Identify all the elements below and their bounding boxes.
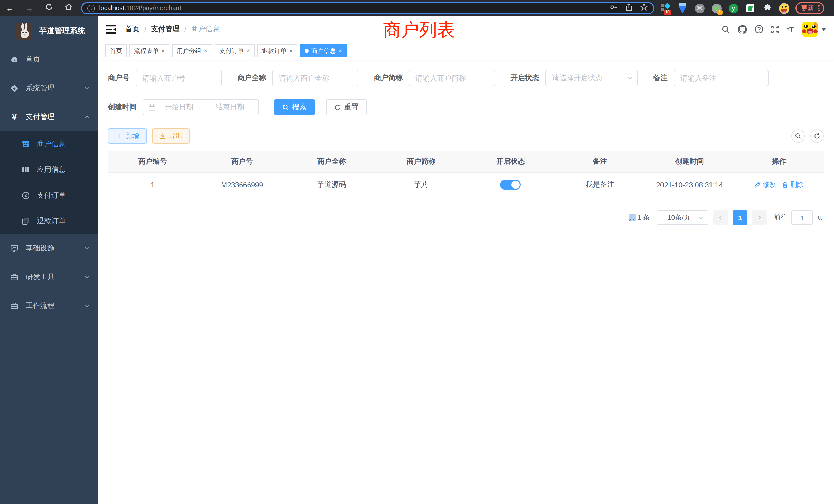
- sidebar-item-workflow[interactable]: 工作流程: [0, 292, 97, 320]
- payment-submenu: 商户信息 应用信息 ¥ 支付订单: [0, 131, 97, 234]
- address-bar[interactable]: i localhost:1024/pay/merchant: [81, 2, 654, 14]
- remark-input[interactable]: [674, 70, 769, 86]
- tab-user-group[interactable]: 用户分组×: [172, 44, 212, 58]
- add-button[interactable]: ＋ 新增: [108, 128, 147, 144]
- breadcrumb-home[interactable]: 首页: [125, 25, 140, 34]
- extension-badge: 1: [717, 10, 723, 15]
- share-icon[interactable]: [625, 3, 633, 13]
- browser-menu-icon[interactable]: [818, 5, 819, 11]
- tab-home[interactable]: 首页: [105, 44, 127, 58]
- export-button[interactable]: 导出: [152, 128, 190, 144]
- toolbox-icon: [10, 273, 19, 281]
- tab-merchant-info[interactable]: 商户信息×: [300, 44, 347, 58]
- site-info-icon[interactable]: i: [87, 4, 95, 12]
- chevron-down-icon: [84, 273, 90, 281]
- search-button[interactable]: 搜索: [274, 99, 315, 115]
- cell-create-time: 2021-10-23 08:31:14: [645, 181, 734, 189]
- cell-full-name: 芋道源码: [287, 180, 376, 189]
- bookmark-star-icon[interactable]: [640, 3, 648, 13]
- back-icon[interactable]: ←: [0, 0, 20, 17]
- tab-pay-order[interactable]: 支付订单×: [215, 44, 255, 58]
- sidebar-logo-row[interactable]: 芋道管理系统: [0, 17, 97, 45]
- reload-icon[interactable]: [39, 0, 59, 17]
- svg-text:¥: ¥: [25, 193, 27, 198]
- close-icon[interactable]: ×: [338, 48, 342, 54]
- status-select[interactable]: 请选择开启状态: [545, 70, 638, 86]
- plus-icon: ＋: [115, 131, 123, 141]
- extension-grid-diamond-icon[interactable]: 10: [660, 3, 671, 13]
- app-logo: [17, 22, 32, 39]
- prev-page-button[interactable]: [713, 210, 728, 225]
- sidebar-item-system[interactable]: 系统管理: [0, 74, 97, 102]
- dashboard-icon: [10, 55, 19, 64]
- reset-button[interactable]: 重置: [326, 99, 367, 115]
- close-icon[interactable]: ×: [289, 48, 293, 54]
- table-header: 商户编号 商户号 商户全称 商户简称 开启状态 备注 创建时间 操作: [108, 151, 824, 173]
- extension-green-square-icon[interactable]: [745, 3, 755, 13]
- extension-y-icon[interactable]: y: [728, 3, 739, 13]
- goto-page-input[interactable]: [791, 210, 813, 225]
- chrome-update-button[interactable]: 更新: [795, 2, 824, 14]
- goto-label: 前往: [774, 213, 787, 222]
- create-time-range-picker[interactable]: 开始日期 - 结束日期: [143, 99, 259, 115]
- merchant-table: 商户编号 商户号 商户全称 商户简称 开启状态 备注 创建时间 操作 1 M23…: [108, 151, 824, 197]
- full-name-label: 商户全称: [237, 73, 266, 83]
- edit-pencil-icon: [754, 182, 761, 188]
- avatar-caret-icon[interactable]: [822, 28, 826, 30]
- toggle-search-button[interactable]: [791, 129, 805, 143]
- status-toggle[interactable]: [500, 180, 521, 190]
- profile-avatar-icon[interactable]: [779, 3, 789, 13]
- forward-icon[interactable]: →: [20, 0, 39, 17]
- create-time-label: 创建时间: [108, 102, 137, 112]
- breadcrumb-payment[interactable]: 支付管理: [151, 25, 180, 34]
- close-icon[interactable]: ×: [246, 48, 250, 54]
- user-avatar[interactable]: [802, 22, 817, 37]
- sidebar-item-pay-order[interactable]: ¥ 支付订单: [0, 183, 97, 208]
- app-title: 芋道管理系统: [39, 26, 85, 36]
- cell-short-name: 芋艿: [376, 180, 466, 189]
- sidebar-item-payment[interactable]: ¥ 支付管理: [0, 102, 97, 131]
- url-text[interactable]: localhost:1024/pay/merchant: [99, 5, 181, 12]
- password-key-icon[interactable]: [610, 3, 618, 13]
- delete-link[interactable]: 删除: [782, 180, 804, 189]
- home-icon[interactable]: [59, 0, 78, 17]
- full-name-input[interactable]: [272, 70, 358, 86]
- sidebar-item-infrastructure[interactable]: 基础设施: [0, 234, 97, 263]
- sidebar-item-dev-tools[interactable]: 研发工具: [0, 263, 97, 292]
- shop-icon: [22, 140, 30, 148]
- merchant-no-input[interactable]: [136, 70, 222, 86]
- trash-icon: [782, 182, 788, 188]
- page-number-1[interactable]: 1: [733, 210, 747, 225]
- github-icon[interactable]: [738, 24, 747, 34]
- sidebar-item-merchant-info[interactable]: 商户信息: [0, 131, 97, 157]
- fullscreen-icon[interactable]: [771, 25, 780, 33]
- refresh-icon: [334, 104, 341, 111]
- sidebar-item-home[interactable]: 首页: [0, 45, 97, 74]
- tab-process-form[interactable]: 流程表单×: [129, 44, 170, 58]
- extension-gem-icon[interactable]: [677, 3, 688, 13]
- page-size-select[interactable]: 10条/页: [657, 210, 708, 225]
- sidebar: 芋道管理系统 首页 系统管理 ¥ 支付管理: [0, 17, 97, 504]
- close-icon[interactable]: ×: [204, 48, 207, 54]
- extensions-puzzle-icon[interactable]: [762, 3, 772, 13]
- help-icon[interactable]: [754, 25, 764, 34]
- font-size-icon[interactable]: тT: [787, 25, 794, 33]
- extension-command-icon[interactable]: ⌘: [694, 3, 705, 13]
- breadcrumb-merchant-info: 商户信息: [191, 25, 220, 34]
- extension-recorder-icon[interactable]: 1: [711, 3, 722, 13]
- next-page-button[interactable]: [752, 210, 767, 225]
- sidebar-collapse-icon[interactable]: [106, 25, 116, 33]
- sidebar-item-refund-order[interactable]: 退款订单: [0, 208, 97, 234]
- tab-refund-order[interactable]: 退款订单×: [257, 44, 297, 58]
- chevron-down-icon: [698, 214, 704, 222]
- header-search-icon[interactable]: [722, 25, 730, 33]
- short-name-input[interactable]: [409, 70, 495, 86]
- edit-link[interactable]: 修改: [754, 180, 776, 189]
- sidebar-item-app-info[interactable]: 应用信息: [0, 157, 97, 183]
- coin-icon: ¥: [22, 191, 30, 200]
- search-icon: [282, 104, 289, 111]
- close-icon[interactable]: ×: [161, 48, 165, 54]
- end-date-placeholder: 结束日期: [207, 102, 253, 112]
- refresh-table-button[interactable]: [810, 129, 824, 143]
- gear-icon: [10, 84, 19, 92]
